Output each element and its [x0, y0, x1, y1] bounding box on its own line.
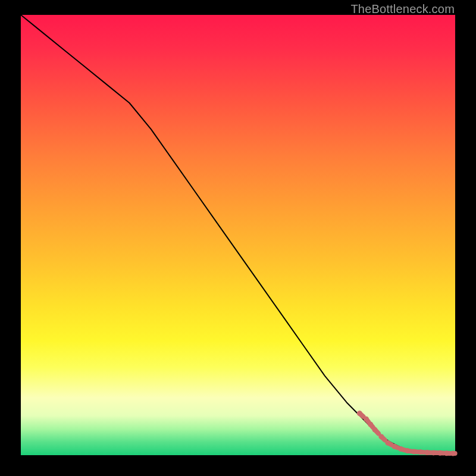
highlight-scatter — [357, 411, 456, 456]
highlight-point — [398, 446, 403, 452]
chart-frame: TheBottleneck.com — [0, 0, 476, 476]
highlight-point — [378, 434, 384, 439]
highlight-point — [364, 416, 369, 422]
attribution-label: TheBottleneck.com — [350, 2, 455, 16]
highlight-point — [450, 451, 456, 456]
highlight-point — [357, 411, 362, 416]
highlight-point — [418, 449, 423, 455]
bottleneck-curve — [21, 15, 455, 453]
highlight-point — [431, 450, 436, 455]
highlight-point — [372, 427, 377, 433]
highlight-point — [437, 450, 443, 456]
highlight-point — [405, 448, 410, 453]
highlight-point — [411, 449, 416, 455]
highlight-point — [368, 422, 373, 427]
chart-overlay — [21, 15, 455, 455]
highlight-point — [392, 444, 397, 449]
highlight-point — [385, 440, 390, 446]
highlight-point — [424, 450, 430, 455]
highlight-point — [444, 450, 449, 456]
